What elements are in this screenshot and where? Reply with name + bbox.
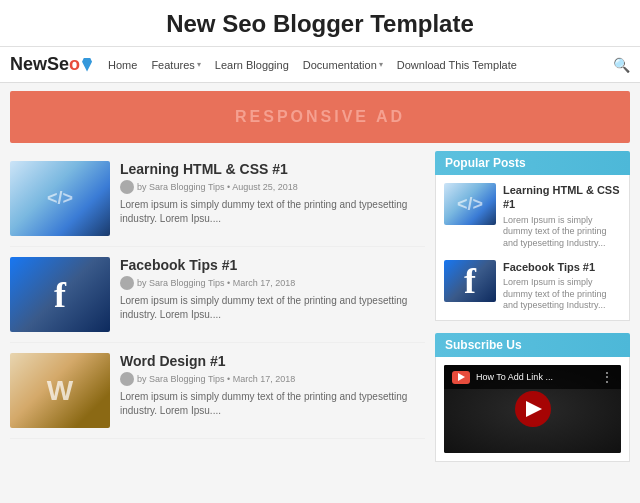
- popular-info: Learning HTML & CSS #1 Lorem Ipsum is si…: [503, 183, 621, 250]
- post-meta: by Sara Blogging Tips • March 17, 2018: [120, 276, 425, 290]
- popular-thumbnail[interactable]: [444, 260, 496, 302]
- popular-info: Facebook Tips #1 Lorem Ipsum is simply d…: [503, 260, 621, 312]
- play-button[interactable]: [515, 391, 551, 427]
- ad-banner: RESPONSIVE AD: [10, 91, 630, 143]
- post-meta-text: by Sara Blogging Tips • August 25, 2018: [137, 182, 298, 192]
- main-content: Learning HTML & CSS #1 by Sara Blogging …: [0, 151, 640, 474]
- nav-documentation[interactable]: Documentation ▾: [303, 59, 383, 71]
- video-menu-icon[interactable]: ⋮: [601, 370, 613, 384]
- subscribe-body: How To Add Link ... ⋮: [435, 357, 630, 462]
- post-item: Learning HTML & CSS #1 by Sara Blogging …: [10, 151, 425, 247]
- video-overlay-bar: How To Add Link ... ⋮: [444, 365, 621, 389]
- post-info: Word Design #1 by Sara Blogging Tips • M…: [120, 353, 425, 428]
- chevron-down-icon: ▾: [197, 60, 201, 69]
- post-item: Facebook Tips #1 by Sara Blogging Tips •…: [10, 247, 425, 343]
- nav-learn-blogging[interactable]: Learn Blogging: [215, 59, 289, 71]
- post-meta: by Sara Blogging Tips • August 25, 2018: [120, 180, 425, 194]
- nav-features[interactable]: Features ▾: [151, 59, 200, 71]
- chevron-down-icon-2: ▾: [379, 60, 383, 69]
- subscribe-header: Subscribe Us: [435, 333, 630, 357]
- popular-post-excerpt: Lorem Ipsum is simply dummy text of the …: [503, 215, 621, 250]
- post-item: Word Design #1 by Sara Blogging Tips • M…: [10, 343, 425, 439]
- post-title[interactable]: Learning HTML & CSS #1: [120, 161, 425, 177]
- subscribe-section: Subscribe Us How To Add Link ... ⋮: [435, 333, 630, 462]
- search-icon[interactable]: 🔍: [613, 57, 630, 73]
- nav-logo[interactable]: NewSe o: [10, 54, 92, 75]
- post-info: Learning HTML & CSS #1 by Sara Blogging …: [120, 161, 425, 236]
- post-excerpt: Lorem ipsum is simply dummy text of the …: [120, 390, 425, 418]
- popular-posts-header: Popular Posts: [435, 151, 630, 175]
- popular-posts-section: Popular Posts Learning HTML & CSS #1 Lor…: [435, 151, 630, 321]
- author-avatar: [120, 276, 134, 290]
- post-meta-text: by Sara Blogging Tips • March 17, 2018: [137, 278, 295, 288]
- video-thumbnail[interactable]: How To Add Link ... ⋮: [444, 365, 621, 453]
- nav-download[interactable]: Download This Template: [397, 59, 517, 71]
- popular-post-excerpt: Lorem Ipsum is simply dummy text of the …: [503, 277, 621, 312]
- page-title-bar: New Seo Blogger Template: [0, 0, 640, 47]
- post-title[interactable]: Facebook Tips #1: [120, 257, 425, 273]
- post-excerpt: Lorem ipsum is simply dummy text of the …: [120, 294, 425, 322]
- popular-post-item: Learning HTML & CSS #1 Lorem Ipsum is si…: [444, 183, 621, 250]
- popular-posts-body: Learning HTML & CSS #1 Lorem Ipsum is si…: [435, 175, 630, 321]
- logo-accent: o: [69, 54, 80, 75]
- post-meta: by Sara Blogging Tips • March 17, 2018: [120, 372, 425, 386]
- thumb-word-img: [10, 353, 110, 428]
- author-avatar: [120, 180, 134, 194]
- nav-home[interactable]: Home: [108, 59, 137, 71]
- author-avatar: [120, 372, 134, 386]
- popular-post-title[interactable]: Facebook Tips #1: [503, 260, 621, 274]
- popular-thumbnail[interactable]: [444, 183, 496, 225]
- navbar: NewSe o Home Features ▾ Learn Blogging D…: [0, 47, 640, 83]
- post-title[interactable]: Word Design #1: [120, 353, 425, 369]
- posts-column: Learning HTML & CSS #1 by Sara Blogging …: [10, 151, 425, 474]
- logo-pin-icon: [82, 58, 92, 72]
- thumb-html-img: [10, 161, 110, 236]
- page-title: New Seo Blogger Template: [0, 10, 640, 38]
- popular-thumb-html: [444, 183, 496, 225]
- post-thumbnail[interactable]: [10, 257, 110, 332]
- post-excerpt: Lorem ipsum is simply dummy text of the …: [120, 198, 425, 226]
- popular-thumb-facebook: [444, 260, 496, 302]
- ad-text: RESPONSIVE AD: [235, 108, 405, 126]
- nav-links: Home Features ▾ Learn Blogging Documenta…: [108, 59, 613, 71]
- logo-text: NewSe: [10, 54, 69, 75]
- video-title: How To Add Link ...: [476, 372, 595, 382]
- post-thumbnail[interactable]: [10, 353, 110, 428]
- sidebar: Popular Posts Learning HTML & CSS #1 Lor…: [435, 151, 630, 474]
- post-meta-text: by Sara Blogging Tips • March 17, 2018: [137, 374, 295, 384]
- post-info: Facebook Tips #1 by Sara Blogging Tips •…: [120, 257, 425, 332]
- youtube-icon: [452, 371, 470, 384]
- thumb-facebook-img: [10, 257, 110, 332]
- popular-post-title[interactable]: Learning HTML & CSS #1: [503, 183, 621, 212]
- post-thumbnail[interactable]: [10, 161, 110, 236]
- popular-post-item: Facebook Tips #1 Lorem Ipsum is simply d…: [444, 260, 621, 312]
